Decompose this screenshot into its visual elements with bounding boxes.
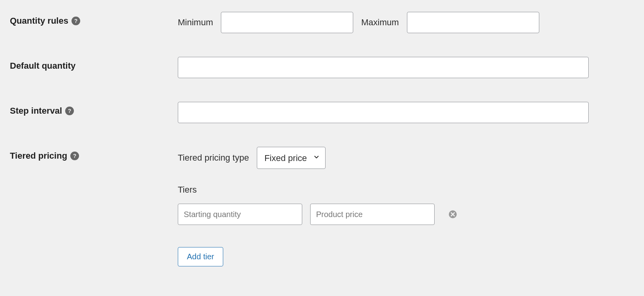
help-icon[interactable]: ? [72, 17, 80, 25]
help-icon[interactable]: ? [70, 152, 79, 160]
step-interval-row: Step interval ? [10, 102, 634, 123]
minimum-input[interactable] [221, 12, 353, 33]
step-interval-input[interactable] [178, 102, 589, 123]
step-interval-controls [178, 102, 634, 123]
minimum-label: Minimum [178, 17, 213, 28]
help-icon[interactable]: ? [65, 107, 74, 115]
default-quantity-controls [178, 57, 634, 78]
maximum-input[interactable] [407, 12, 539, 33]
step-interval-label-text: Step interval [10, 106, 62, 116]
tiered-pricing-label: Tiered pricing ? [10, 147, 178, 161]
quantity-rules-label-text: Quantity rules [10, 16, 68, 26]
tier-row [178, 204, 634, 225]
tiered-pricing-label-text: Tiered pricing [10, 151, 67, 161]
starting-quantity-input[interactable] [178, 204, 302, 225]
step-interval-label: Step interval ? [10, 102, 178, 116]
product-price-input[interactable] [310, 204, 435, 225]
default-quantity-input[interactable] [178, 57, 589, 78]
quantity-rules-controls: Minimum Maximum [178, 12, 634, 33]
min-max-row: Minimum Maximum [178, 12, 634, 33]
default-quantity-label-text: Default quantity [10, 61, 75, 71]
tiers-header: Tiers [178, 185, 634, 195]
tiered-pricing-type-row: Tiered pricing type Fixed price [178, 147, 634, 169]
tiered-pricing-type-label: Tiered pricing type [178, 153, 249, 163]
add-tier-button[interactable]: Add tier [178, 247, 223, 266]
tiered-pricing-type-select-wrap: Fixed price [257, 147, 326, 169]
quantity-rules-row: Quantity rules ? Minimum Maximum [10, 12, 634, 33]
tiered-pricing-controls: Tiered pricing type Fixed price Tiers Ad… [178, 147, 634, 266]
default-quantity-label: Default quantity [10, 57, 178, 71]
remove-tier-icon[interactable] [448, 210, 458, 219]
default-quantity-row: Default quantity [10, 57, 634, 78]
tiered-pricing-row: Tiered pricing ? Tiered pricing type Fix… [10, 147, 634, 266]
tiered-pricing-type-select[interactable]: Fixed price [257, 147, 326, 169]
maximum-label: Maximum [361, 17, 399, 28]
quantity-rules-label: Quantity rules ? [10, 12, 178, 26]
